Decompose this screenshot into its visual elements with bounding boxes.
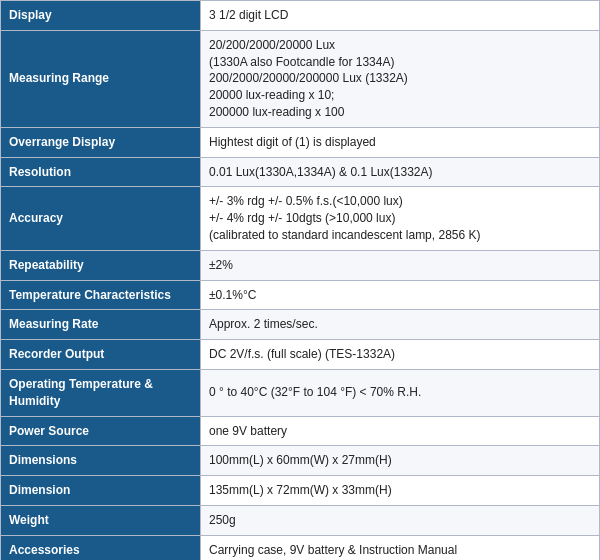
spec-value-12: 135mm(L) x 72mm(W) x 33mm(H) bbox=[201, 476, 600, 506]
spec-value-14: Carrying case, 9V battery & Instruction … bbox=[201, 535, 600, 560]
spec-label-4: Accuracy bbox=[1, 187, 201, 250]
spec-value-9: 0 ° to 40°C (32°F to 104 °F) < 70% R.H. bbox=[201, 369, 600, 416]
spec-value-3: 0.01 Lux(1330A,1334A) & 0.1 Lux(1332A) bbox=[201, 157, 600, 187]
spec-label-10: Power Source bbox=[1, 416, 201, 446]
spec-label-5: Repeatability bbox=[1, 250, 201, 280]
spec-label-11: Dimensions bbox=[1, 446, 201, 476]
spec-value-6: ±0.1%°C bbox=[201, 280, 600, 310]
spec-label-2: Overrange Display bbox=[1, 127, 201, 157]
spec-value-5: ±2% bbox=[201, 250, 600, 280]
spec-value-13: 250g bbox=[201, 505, 600, 535]
specs-table: Display3 1/2 digit LCDMeasuring Range20/… bbox=[0, 0, 600, 560]
spec-value-0: 3 1/2 digit LCD bbox=[201, 1, 600, 31]
spec-value-11: 100mm(L) x 60mm(W) x 27mm(H) bbox=[201, 446, 600, 476]
spec-value-10: one 9V battery bbox=[201, 416, 600, 446]
spec-label-9: Operating Temperature & Humidity bbox=[1, 369, 201, 416]
spec-label-1: Measuring Range bbox=[1, 30, 201, 127]
spec-label-7: Measuring Rate bbox=[1, 310, 201, 340]
spec-value-7: Approx. 2 times/sec. bbox=[201, 310, 600, 340]
spec-label-3: Resolution bbox=[1, 157, 201, 187]
spec-label-8: Recorder Output bbox=[1, 340, 201, 370]
spec-value-4: +/- 3% rdg +/- 0.5% f.s.(<10,000 lux)+/-… bbox=[201, 187, 600, 250]
spec-value-8: DC 2V/f.s. (full scale) (TES-1332A) bbox=[201, 340, 600, 370]
spec-value-2: Hightest digit of (1) is displayed bbox=[201, 127, 600, 157]
spec-label-12: Dimension bbox=[1, 476, 201, 506]
spec-label-14: Accessories bbox=[1, 535, 201, 560]
spec-label-0: Display bbox=[1, 1, 201, 31]
spec-value-1: 20/200/2000/20000 Lux(1330A also Footcan… bbox=[201, 30, 600, 127]
spec-label-6: Temperature Characteristics bbox=[1, 280, 201, 310]
spec-label-13: Weight bbox=[1, 505, 201, 535]
